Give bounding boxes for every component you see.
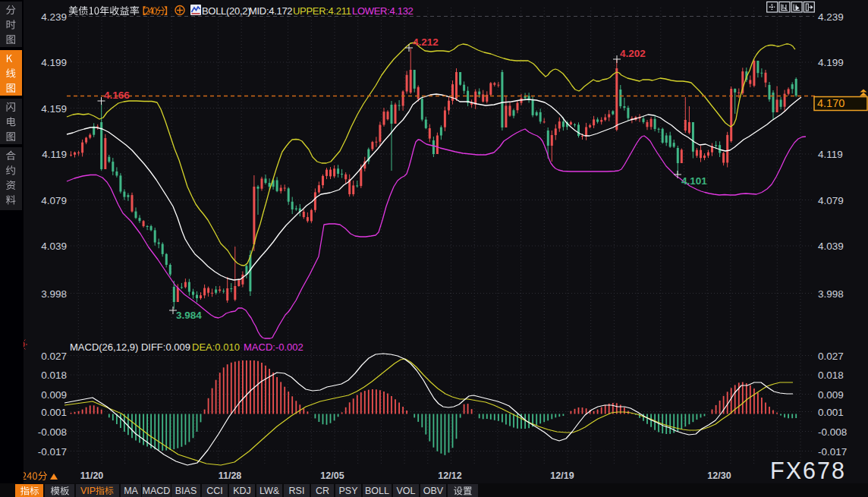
- svg-text:4.159: 4.159: [41, 103, 67, 115]
- svg-text:BOLL: BOLL: [365, 486, 389, 496]
- svg-text:4.079: 4.079: [41, 195, 67, 206]
- svg-text:12/30: 12/30: [707, 470, 731, 481]
- svg-text:MID:4.172: MID:4.172: [249, 5, 292, 17]
- svg-text:4.202: 4.202: [620, 48, 646, 59]
- svg-text:11/20: 11/20: [80, 470, 104, 481]
- svg-text:0.001: 0.001: [818, 407, 844, 418]
- svg-text:CR: CR: [316, 486, 329, 496]
- svg-text:4.170: 4.170: [817, 97, 844, 109]
- svg-text:CCI: CCI: [206, 486, 223, 496]
- svg-text:0.027: 0.027: [41, 351, 67, 362]
- svg-text:MA: MA: [124, 486, 138, 496]
- svg-text:BOLL(20,2): BOLL(20,2): [202, 5, 250, 17]
- svg-text:FX678: FX678: [770, 458, 846, 483]
- svg-text:4.079: 4.079: [818, 195, 844, 206]
- svg-text:3.998: 3.998: [41, 288, 67, 300]
- svg-text:4.199: 4.199: [818, 57, 844, 68]
- svg-text:0.018: 0.018: [818, 370, 844, 381]
- svg-text:VIP: VIP: [80, 486, 96, 496]
- svg-text:-0.008: -0.008: [818, 426, 847, 438]
- svg-text:-0.017: -0.017: [38, 446, 67, 458]
- svg-text:4.239: 4.239: [818, 11, 844, 23]
- svg-text:OBV: OBV: [423, 486, 444, 496]
- svg-text:-0.008: -0.008: [38, 426, 67, 438]
- svg-text:LW&: LW&: [259, 486, 280, 496]
- svg-text:KDJ: KDJ: [233, 486, 251, 496]
- svg-text:0.009: 0.009: [818, 389, 844, 401]
- svg-text:12/19: 12/19: [550, 470, 574, 481]
- svg-text:0.018: 0.018: [41, 370, 67, 381]
- svg-text:12/12: 12/12: [438, 470, 461, 481]
- svg-text:MACD: MACD: [143, 486, 171, 496]
- svg-text:4.039: 4.039: [41, 241, 67, 252]
- svg-text:4.119: 4.119: [818, 149, 843, 160]
- svg-text:LOWER:4.132: LOWER:4.132: [352, 5, 414, 17]
- svg-text:RSI: RSI: [289, 486, 305, 496]
- svg-text:UPPER:4.211: UPPER:4.211: [293, 5, 351, 17]
- svg-text:0.009: 0.009: [41, 389, 67, 401]
- svg-text:-0.017: -0.017: [818, 446, 847, 458]
- svg-text:12/05: 12/05: [320, 470, 344, 481]
- svg-text:11/28: 11/28: [219, 470, 242, 481]
- svg-text:MACD:-0.002: MACD:-0.002: [244, 341, 303, 353]
- svg-text:0.027: 0.027: [818, 351, 844, 362]
- svg-text:BIAS: BIAS: [175, 486, 197, 496]
- svg-text:0.001: 0.001: [41, 407, 67, 418]
- svg-text:4.166: 4.166: [104, 90, 130, 101]
- svg-text:MACD(26,12,9) DIFF:0.009: MACD(26,12,9) DIFF:0.009: [70, 341, 190, 353]
- svg-text:4.039: 4.039: [818, 241, 844, 252]
- svg-text:DEA:0.010: DEA:0.010: [192, 341, 240, 353]
- svg-text:4.212: 4.212: [413, 36, 439, 48]
- svg-text:VOL: VOL: [396, 486, 415, 496]
- svg-text:4.239: 4.239: [41, 11, 67, 23]
- svg-text:3.984: 3.984: [176, 310, 202, 321]
- svg-text:4.101: 4.101: [681, 175, 707, 187]
- svg-text:PSY: PSY: [338, 486, 358, 496]
- svg-text:3.998: 3.998: [818, 288, 844, 300]
- svg-text:4.199: 4.199: [41, 57, 67, 68]
- svg-text:4.119: 4.119: [42, 149, 67, 160]
